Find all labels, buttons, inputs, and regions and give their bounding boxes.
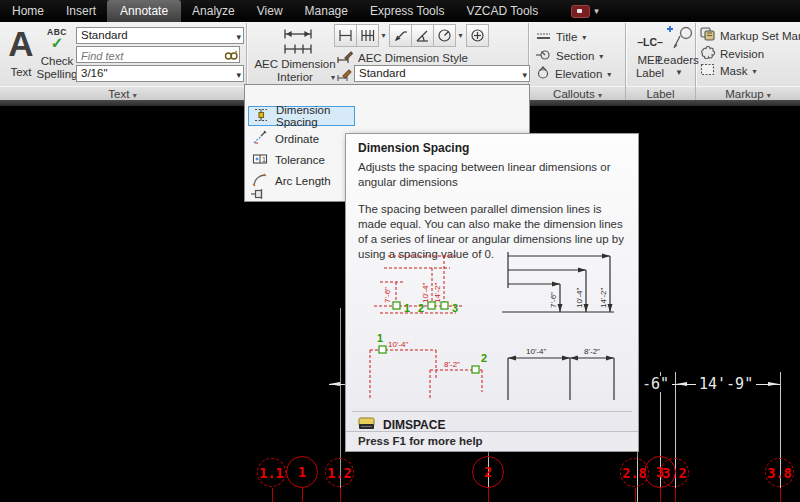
chevron-down-icon[interactable]: ▾ [236, 30, 241, 45]
menu-item-manage[interactable]: Manage [294, 0, 359, 22]
leaders-button[interactable]: Leaders [656, 54, 700, 67]
revision-label: Revision [720, 48, 764, 61]
elevation-callout-label: Elevation [555, 68, 602, 81]
chevron-down-icon[interactable]: ▾ [752, 67, 756, 76]
section-callout-icon [535, 47, 551, 65]
svg-text:10'-4": 10'-4" [388, 340, 409, 349]
chevron-down-icon[interactable]: ▾ [594, 6, 599, 16]
checkmark-icon: ✓ [40, 34, 74, 52]
svg-text:3: 3 [452, 302, 458, 314]
title-callout-icon [536, 28, 551, 46]
pin-slideout-icon[interactable] [250, 186, 264, 204]
tooltip-separator [352, 411, 632, 412]
svg-text:2: 2 [418, 302, 424, 314]
elevation-callout-icon [536, 65, 550, 83]
menu-bar: Home Insert Annotate Analyze View Manage… [0, 0, 800, 22]
menu-item-insert[interactable]: Insert [55, 0, 107, 22]
mask-button[interactable]: Mask ▾ [700, 62, 757, 80]
svg-text:14'-2": 14'-2" [433, 282, 442, 303]
svg-text:8'-2": 8'-2" [444, 360, 460, 369]
markup-set-manager-button[interactable]: Markup Set Manag [700, 27, 800, 45]
svg-text:7'-6": 7'-6" [549, 292, 558, 308]
chevron-down-icon[interactable]: ▾ [378, 31, 389, 40]
svg-text:10'-4": 10'-4" [526, 347, 547, 356]
chevron-down-icon[interactable]: ▾ [455, 31, 466, 40]
menu-item-dimension-spacing[interactable]: Dimension Spacing [248, 106, 355, 126]
grid-bubble[interactable]: 1.1 [257, 458, 286, 487]
find-text-input[interactable] [79, 47, 221, 64]
aec-dimension-interior-icon[interactable] [282, 27, 316, 61]
dimension-style-value: Standard [359, 67, 406, 79]
check-spelling-button[interactable]: Check Spelling [32, 55, 82, 81]
aec-dimension-style-icon [337, 49, 353, 67]
mask-label: Mask [720, 65, 747, 78]
chevron-down-icon[interactable]: ▾ [331, 73, 335, 82]
continue-dimension-button[interactable] [356, 24, 379, 47]
grid-bubble[interactable]: 2 [472, 456, 504, 488]
chevron-down-icon[interactable]: ▾ [599, 52, 603, 61]
grid-bubble-stem [272, 488, 273, 502]
grid-bubble[interactable]: 3.8 [765, 458, 794, 487]
revision-button[interactable]: Revision [700, 45, 764, 63]
title-callout-label: Title [556, 31, 577, 44]
dimension-style-icon [337, 67, 352, 85]
section-callout-button[interactable]: Section ▾ [535, 47, 603, 65]
text-style-value: Standard [81, 29, 128, 41]
tooltip-illustration: 7'-6" 10'-4" 14'-2" 1 2 3 [360, 246, 620, 408]
binoculars-icon[interactable] [224, 48, 238, 66]
bubble-label: 1 [298, 464, 306, 480]
dimension-spacing-tooltip: Dimension Spacing Adjusts the spacing be… [345, 133, 639, 452]
chevron-down-icon[interactable]: ▾ [236, 68, 241, 83]
chevron-down-icon[interactable]: ▾ [607, 70, 611, 79]
chevron-down-icon[interactable]: ▼ [675, 68, 683, 77]
svg-text:8'-2": 8'-2" [584, 347, 600, 356]
center-mark-button[interactable] [466, 24, 489, 47]
ordinate-icon [252, 130, 268, 148]
tooltip-title: Dimension Spacing [358, 141, 469, 155]
markup-set-manager-label: Markup Set Manag [720, 30, 800, 43]
radius-dimension-button[interactable] [433, 24, 456, 47]
dimension-style-combobox[interactable]: Standard ▾ [354, 65, 530, 82]
grid-bubble-stem [635, 488, 636, 502]
menu-item-analyze[interactable]: Analyze [181, 0, 246, 22]
menu-item-home[interactable]: Home [1, 0, 55, 22]
bubble-label: 3.8 [767, 465, 791, 481]
panel-label: Callouts [553, 88, 595, 100]
text-style-combobox[interactable]: Standard ▾ [76, 27, 244, 44]
grid-bubble-stem [780, 488, 781, 502]
menu-item-label: Arc Length [275, 175, 331, 187]
svg-text:14'-2": 14'-2" [599, 287, 608, 308]
text-size-combobox[interactable]: 3/16" ▾ [76, 65, 244, 82]
menu-item-express-tools[interactable]: Express Tools [359, 0, 455, 22]
dimension-arrow-icon [329, 382, 340, 386]
chevron-down-icon[interactable]: ▾ [522, 68, 527, 83]
menu-item-view[interactable]: View [246, 0, 294, 22]
dimension-arrow-icon [676, 382, 687, 386]
menu-item-label: Ordinate [275, 133, 319, 145]
aec-dimension-interior-button[interactable]: Interior [253, 71, 337, 84]
chevron-down-icon[interactable]: ▾ [582, 33, 586, 42]
tooltip-help-hint: Press F1 for more help [346, 431, 638, 451]
menu-item-annotate[interactable]: Annotate [107, 0, 181, 22]
svg-text:10'-4": 10'-4" [575, 287, 584, 308]
title-callout-button[interactable]: Title ▾ [536, 28, 586, 46]
grid-bubble[interactable]: 3.2 [660, 458, 689, 487]
elevation-callout-button[interactable]: Elevation ▾ [536, 65, 611, 83]
leader-button[interactable] [389, 24, 412, 47]
application-window: 4'-6" 14'-9" 1.1 1 1.2 2 2.8 3 3.2 3.8 H… [0, 0, 800, 502]
linear-dimension-button[interactable] [334, 24, 357, 47]
menu-item-vzcad-tools[interactable]: VZCAD Tools [455, 0, 549, 22]
panel-label: Text [108, 88, 129, 100]
menu-item-label: Dimension Spacing [276, 104, 354, 128]
tolerance-icon: 1 [252, 151, 268, 169]
chevron-down-icon: ▾ [598, 91, 602, 100]
grid-bubble[interactable]: 1.2 [325, 458, 354, 487]
grid-bubble[interactable]: 1 [286, 456, 318, 488]
markup-set-manager-icon [700, 27, 715, 45]
angular-dimension-button[interactable] [411, 24, 434, 47]
addon-badge-icon[interactable] [571, 5, 590, 18]
aec-dimension-interior-button[interactable]: AEC Dimension [253, 58, 337, 71]
dimension-text[interactable]: 14'-9" [696, 376, 756, 392]
chevron-down-icon: ▾ [767, 91, 771, 100]
leaders-icon[interactable] [666, 24, 694, 56]
